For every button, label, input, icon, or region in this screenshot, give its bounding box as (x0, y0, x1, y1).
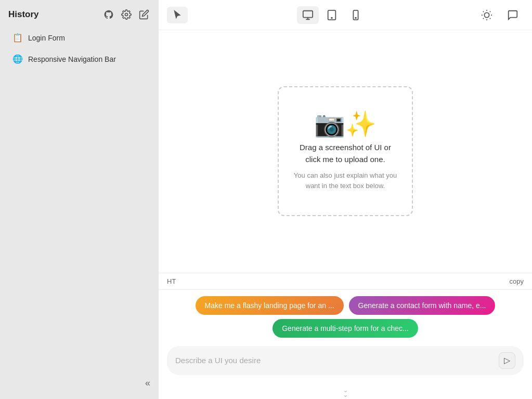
github-icon (103, 9, 114, 20)
cursor-tool-button[interactable] (167, 7, 188, 23)
bottom-chevron: ⌄ ⌄ (159, 383, 532, 399)
input-area: ▷ (159, 342, 532, 383)
sidebar-title: History (8, 9, 39, 20)
sidebar-item-login-form[interactable]: 📋 Login Form (4, 28, 154, 47)
toolbar-center (297, 6, 367, 24)
sidebar-item-login-form-label: Login Form (28, 34, 65, 42)
mobile-view-button[interactable] (345, 6, 367, 24)
svg-line-13 (483, 18, 484, 18)
bottom-area: HT copy Make me a flashy landing page fo… (159, 273, 532, 399)
sidebar: History 📋 Logi (0, 0, 159, 399)
toolbar (159, 0, 532, 30)
suggestion-chip-2[interactable]: Generate a contact form with name, e... (349, 296, 496, 315)
sidebar-item-responsive-nav-label: Responsive Navigation Bar (28, 55, 116, 63)
mobile-icon (350, 9, 361, 21)
desktop-icon (302, 9, 314, 21)
theme-toggle-button[interactable] (476, 6, 498, 24)
describe-input[interactable] (175, 356, 494, 365)
edit-icon-button[interactable] (138, 8, 150, 21)
suggestions-area: Make me a flashy landing page for an ...… (159, 290, 532, 342)
desktop-view-button[interactable] (297, 6, 319, 24)
sidebar-header: History (0, 0, 159, 27)
upload-title: Drag a screenshot of UI orclick me to up… (300, 142, 391, 165)
svg-point-5 (355, 17, 356, 18)
html-label: HT (167, 277, 176, 285)
svg-point-0 (125, 14, 128, 16)
edit-icon (139, 9, 149, 20)
upload-subtitle: You can also just explain what youwant i… (294, 170, 397, 191)
login-form-icon: 📋 (12, 33, 23, 43)
sidebar-collapse-button[interactable]: « (145, 378, 150, 389)
cursor-icon (172, 10, 183, 20)
svg-line-14 (490, 11, 490, 11)
suggestion-chip-3[interactable]: Generate a multi-step form for a chec... (273, 319, 418, 338)
preview-area[interactable]: 📷✨ Drag a screenshot of UI orclick me to… (159, 30, 532, 273)
comment-button[interactable] (502, 6, 524, 24)
collapse-icon: « (145, 378, 150, 389)
svg-point-3 (331, 17, 332, 18)
send-icon: ▷ (504, 355, 510, 365)
upload-box[interactable]: 📷✨ Drag a screenshot of UI orclick me to… (278, 86, 413, 216)
copy-button[interactable]: copy (510, 277, 524, 285)
svg-line-9 (483, 11, 484, 11)
text-input-wrapper: ▷ (167, 346, 524, 375)
toolbar-left (167, 7, 188, 23)
settings-icon-button[interactable] (120, 8, 133, 21)
gear-icon (121, 9, 132, 20)
chevron-down-icon-2: ⌄ (343, 392, 348, 397)
html-bar: HT copy (159, 273, 532, 290)
svg-rect-1 (303, 10, 313, 17)
svg-point-6 (484, 12, 489, 17)
svg-line-10 (490, 18, 490, 18)
suggestions-row1: Make me a flashy landing page for an ...… (167, 296, 524, 315)
github-icon-button[interactable] (102, 8, 115, 21)
sidebar-icons (102, 8, 150, 21)
responsive-nav-icon: 🌐 (12, 54, 23, 64)
suggestion-chip-1[interactable]: Make me a flashy landing page for an ... (196, 296, 344, 315)
toolbar-right (476, 6, 524, 24)
send-button[interactable]: ▷ (499, 352, 515, 369)
main-panel: 📷✨ Drag a screenshot of UI orclick me to… (159, 0, 532, 399)
sun-icon (481, 9, 492, 21)
tablet-icon (326, 9, 338, 21)
tablet-view-button[interactable] (321, 6, 343, 24)
sidebar-item-responsive-nav[interactable]: 🌐 Responsive Navigation Bar (4, 49, 154, 69)
camera-emoji: 📷✨ (314, 112, 377, 137)
comment-icon (507, 9, 518, 21)
